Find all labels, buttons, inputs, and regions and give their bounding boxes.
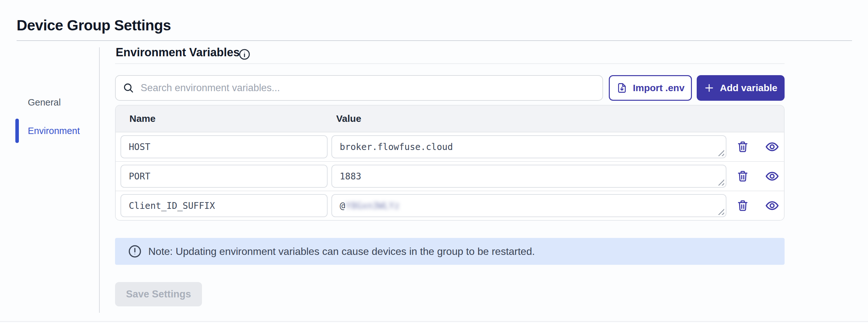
env-value-textarea[interactable]: 1883 <box>332 165 726 188</box>
env-value-textarea[interactable]: @Y8Gxn3WLYz <box>332 194 726 217</box>
restart-warning-text: Note: Updating environment variables can… <box>148 245 535 258</box>
env-name-text: HOST <box>129 142 150 152</box>
column-header-name: Name <box>129 113 156 124</box>
section-heading: Environment Variables <box>116 46 240 59</box>
show-value-eye-icon[interactable] <box>765 140 779 154</box>
environment-panel: Environment Variables Import .env Add va <box>115 0 784 323</box>
env-value-text: @ <box>340 201 345 211</box>
env-name-input[interactable]: HOST <box>121 135 328 158</box>
delete-variable-icon[interactable] <box>736 199 749 212</box>
env-name-text: PORT <box>129 171 150 182</box>
show-value-eye-icon[interactable] <box>765 198 779 213</box>
active-tab-indicator <box>16 119 19 143</box>
search-box <box>115 75 603 101</box>
env-variables-table: Name Value HOST broker.flowfuse.cloud <box>115 105 784 221</box>
env-value-text: broker.flowfuse.cloud <box>340 142 453 152</box>
info-icon[interactable] <box>239 48 251 60</box>
import-env-label: Import .env <box>633 83 685 93</box>
env-variable-row: PORT 1883 <box>116 161 784 190</box>
env-variable-row: HOST broker.flowfuse.cloud <box>116 133 784 161</box>
plus-icon <box>704 83 715 93</box>
show-value-eye-icon[interactable] <box>765 169 779 183</box>
search-icon <box>123 82 134 94</box>
env-name-text: Client_ID_SUFFIX <box>129 201 215 211</box>
delete-variable-icon[interactable] <box>736 140 749 153</box>
restart-warning-banner: Note: Updating environment variables can… <box>115 238 784 265</box>
save-settings-button[interactable]: Save Settings <box>115 282 202 306</box>
add-variable-label: Add variable <box>720 83 777 93</box>
sidebar-divider <box>99 47 100 313</box>
env-name-input[interactable]: Client_ID_SUFFIX <box>121 194 328 217</box>
env-name-input[interactable]: PORT <box>121 165 328 188</box>
delete-variable-icon[interactable] <box>736 170 749 183</box>
sidebar-item-general[interactable]: General <box>28 97 61 108</box>
heading-divider <box>115 63 784 64</box>
sidebar-item-environment[interactable]: Environment <box>28 126 80 136</box>
document-arrow-down-icon <box>616 82 628 94</box>
alert-circle-icon <box>128 244 142 258</box>
search-input[interactable] <box>134 76 602 100</box>
env-value-textarea[interactable]: broker.flowfuse.cloud <box>332 135 726 158</box>
page-bottom-divider <box>0 321 868 322</box>
table-header-row: Name Value <box>116 106 784 133</box>
env-variable-row: Client_ID_SUFFIX @Y8Gxn3WLYz <box>116 190 784 220</box>
add-variable-button[interactable]: Add variable <box>697 75 784 101</box>
env-value-redacted: Y8Gxn3WLYz <box>346 201 400 211</box>
column-header-value: Value <box>336 113 361 124</box>
table-body: HOST broker.flowfuse.cloud <box>116 133 784 220</box>
env-value-text: 1883 <box>340 171 361 182</box>
import-env-button[interactable]: Import .env <box>609 75 692 101</box>
